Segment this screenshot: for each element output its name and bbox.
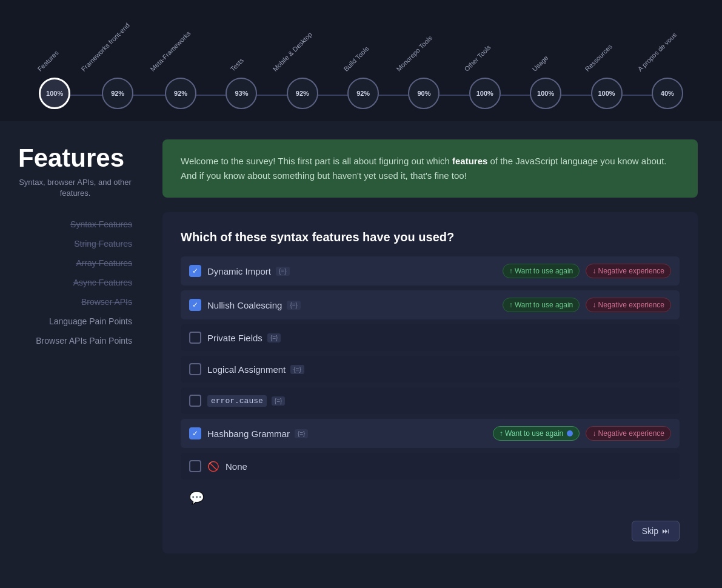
main-layout: Features Syntax, browser APIs, and other… <box>0 121 722 588</box>
selected-indicator-hashbang <box>567 430 573 436</box>
nav-item-tests[interactable]: Tests 93% <box>211 65 272 109</box>
nav-item-meta[interactable]: Meta-Frameworks 92% <box>150 65 211 109</box>
skip-label: Skip <box>642 526 658 536</box>
nav-label-ressources: Ressources <box>584 42 614 73</box>
feature-name-dynamic-import: Dynamic Import {=} <box>207 266 496 276</box>
nav-circle-usage[interactable]: 100% <box>530 78 561 109</box>
content: Welcome to the survey! This first part i… <box>144 121 722 588</box>
tag-want-again-hashbang[interactable]: ↑ Want to use again <box>493 426 580 441</box>
nav-item-features[interactable]: Features 100% <box>24 65 85 109</box>
sidebar-title: Features <box>18 145 132 171</box>
sidebar-item-browser[interactable]: Browser APIs <box>18 295 132 309</box>
nav-item-ressources[interactable]: Ressources 100% <box>576 65 637 109</box>
tag-negative-hashbang[interactable]: ↓ Negative experience <box>586 426 671 441</box>
nav-item-build[interactable]: Build Tools 92% <box>333 65 393 109</box>
checkbox-logical-assignment[interactable] <box>189 363 201 375</box>
nav-label-features: Features <box>36 49 60 73</box>
feature-row-hashbang: ✓ Hashbang Grammar {=} ↑ Want to use aga… <box>181 419 680 448</box>
code-icon-hashbang[interactable]: {=} <box>295 429 309 438</box>
feature-row-private-fields: Private Fields {=} <box>181 324 680 351</box>
feature-name-hashbang: Hashbang Grammar {=} <box>207 429 487 439</box>
sidebar-subtitle: Syntax, browser APIs, and other features… <box>18 177 132 199</box>
welcome-text-before: Welcome to the survey! This first part i… <box>181 156 452 166</box>
nav-label-build: Build Tools <box>342 45 370 73</box>
nav-circle-apropos[interactable]: 40% <box>652 78 683 109</box>
code-icon-private-fields[interactable]: {=} <box>267 333 281 342</box>
sidebar-item-syntax[interactable]: Syntax Features <box>18 217 132 232</box>
sidebar-nav: Syntax Features String Features Array Fe… <box>18 217 132 348</box>
welcome-bold: features <box>452 156 487 166</box>
code-icon-nullish[interactable]: {=} <box>287 301 301 310</box>
nav-items: Features 100% Frameworks front-end 92% M… <box>24 65 698 109</box>
feature-name-private-fields: Private Fields {=} <box>207 333 671 343</box>
code-icon-error-cause[interactable]: {=} <box>272 396 286 406</box>
none-row: 🚫 None <box>181 453 680 479</box>
question-card: Which of these syntax features have you … <box>162 212 698 553</box>
nav-circle-tests[interactable]: 93% <box>226 78 257 109</box>
nav-circle-mobile[interactable]: 92% <box>287 78 318 109</box>
nav-label-monorepo: Monorepo Tools <box>395 34 434 73</box>
sidebar-item-array[interactable]: Array Features <box>18 256 132 270</box>
feature-name-error-cause: error.cause {=} <box>207 395 671 407</box>
nav-item-usage[interactable]: Usage 100% <box>515 65 576 109</box>
nav-label-meta: Meta-Frameworks <box>149 30 192 73</box>
sidebar-item-lang-pain[interactable]: Language Pain Points <box>18 314 132 329</box>
nav-item-other[interactable]: Other Tools 100% <box>455 65 515 109</box>
nav-label-other: Other Tools <box>463 44 492 73</box>
skip-arrow-icon: ⏭ <box>662 527 669 535</box>
feature-name-nullish: Nullish Coalescing {=} <box>207 300 496 310</box>
top-nav: Features 100% Frameworks front-end 92% M… <box>0 0 722 121</box>
welcome-box: Welcome to the survey! This first part i… <box>162 139 698 198</box>
sidebar-item-string[interactable]: String Features <box>18 236 132 251</box>
checkbox-private-fields[interactable] <box>189 332 201 344</box>
checkbox-error-cause[interactable] <box>189 395 201 407</box>
comment-row: 💬 <box>181 484 680 511</box>
feature-row-nullish: ✓ Nullish Coalescing {=} ↑ Want to use a… <box>181 290 680 319</box>
checkbox-none[interactable] <box>189 460 201 472</box>
nav-label-frameworks: Frameworks front-end <box>80 21 132 73</box>
nav-label-mobile: Mobile & Desktop <box>271 31 313 73</box>
checkbox-hashbang[interactable]: ✓ <box>189 427 201 439</box>
nav-circle-features[interactable]: 100% <box>39 78 70 109</box>
tag-want-again-dynamic-import[interactable]: ↑ Want to use again <box>503 264 580 278</box>
sidebar-item-async[interactable]: Async Features <box>18 275 132 290</box>
feature-name-logical-assignment: Logical Assignment {=} <box>207 364 671 375</box>
nav-circle-frameworks[interactable]: 92% <box>102 78 133 109</box>
tag-negative-dynamic-import[interactable]: ↓ Negative experience <box>586 264 671 278</box>
skip-button[interactable]: Skip ⏭ <box>632 521 680 541</box>
no-icon: 🚫 <box>207 461 219 472</box>
skip-area: Skip ⏭ <box>181 521 680 541</box>
feature-row-logical-assignment: Logical Assignment {=} <box>181 356 680 383</box>
nav-label-usage: Usage <box>531 54 550 73</box>
none-label: None <box>226 461 247 472</box>
tag-want-again-nullish[interactable]: ↑ Want to use again <box>503 298 580 312</box>
nav-circle-ressources[interactable]: 100% <box>591 78 623 109</box>
nav-label-tests: Tests <box>229 56 245 73</box>
sidebar-item-browser-pain[interactable]: Browser APIs Pain Points <box>18 333 132 348</box>
nav-circle-build[interactable]: 92% <box>347 78 379 109</box>
nav-circle-meta[interactable]: 92% <box>165 78 196 109</box>
feature-row-error-cause: error.cause {=} <box>181 387 680 414</box>
question-title: Which of these syntax features have you … <box>181 230 680 244</box>
checkbox-dynamic-import[interactable]: ✓ <box>189 265 201 277</box>
nav-label-apropos: A propos de vous <box>637 31 678 73</box>
nav-circle-other[interactable]: 100% <box>469 78 501 109</box>
sidebar: Features Syntax, browser APIs, and other… <box>0 121 144 588</box>
comment-icon[interactable]: 💬 <box>189 490 204 505</box>
nav-item-mobile[interactable]: Mobile & Desktop 92% <box>272 65 333 109</box>
nav-item-frameworks[interactable]: Frameworks front-end 92% <box>85 65 150 109</box>
feature-row-dynamic-import: ✓ Dynamic Import {=} ↑ Want to use again… <box>181 256 680 286</box>
code-icon-logical-assignment[interactable]: {=} <box>290 365 304 374</box>
checkbox-nullish[interactable]: ✓ <box>189 299 201 311</box>
nav-item-monorepo[interactable]: Monorepo Tools 90% <box>393 65 454 109</box>
code-icon-dynamic-import[interactable]: {=} <box>276 267 290 276</box>
code-error-cause: error.cause <box>207 395 267 407</box>
nav-circle-monorepo[interactable]: 90% <box>408 78 440 109</box>
nav-item-apropos[interactable]: A propos de vous 40% <box>637 65 698 109</box>
tag-negative-nullish[interactable]: ↓ Negative experience <box>586 298 671 312</box>
